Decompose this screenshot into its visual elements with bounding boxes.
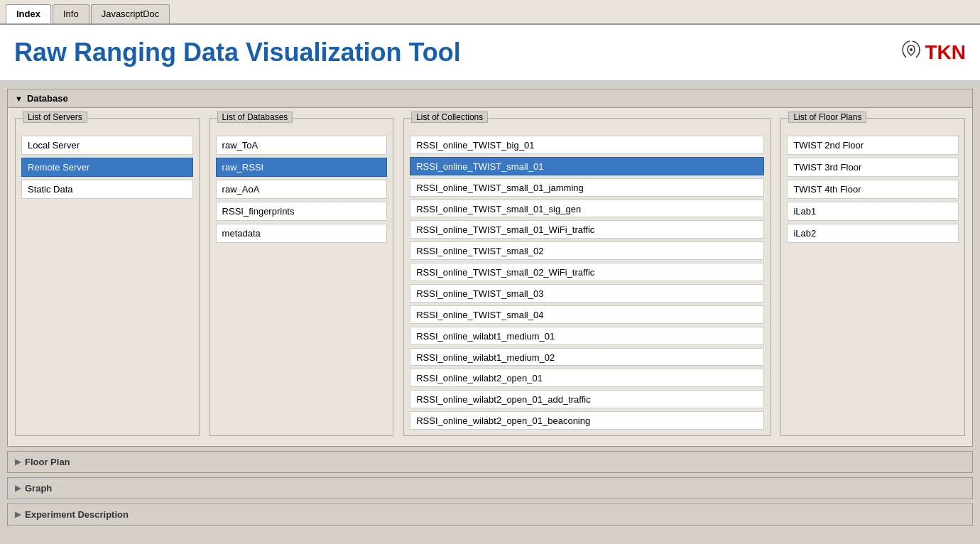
collections-list: RSSI_online_TWIST_big_01 RSSI_online_TWI… [404, 130, 770, 435]
database-section: ▼ Database List of Servers Local Server … [7, 89, 973, 447]
tab-bar: Index Info JavascriptDoc [0, 0, 980, 25]
floor-plan-section: ▶ Floor Plan [7, 451, 973, 473]
tab-index[interactable]: Index [6, 4, 51, 23]
floor-plan-label: Floor Plan [25, 457, 70, 467]
header: Raw Ranging Data Visualization Tool TKN [0, 25, 980, 82]
floor-plan-arrow-icon: ▶ [15, 457, 21, 467]
fp-twist-2nd[interactable]: TWIST 2nd Floor [787, 136, 959, 155]
collections-box: List of Collections RSSI_online_TWIST_bi… [403, 118, 771, 436]
graph-arrow-icon: ▶ [15, 484, 21, 493]
database-section-content: List of Servers Local Server Remote Serv… [8, 108, 972, 446]
experiment-header[interactable]: ▶ Experiment Description [8, 504, 972, 525]
fp-twist-4th[interactable]: TWIST 4th Floor [787, 180, 959, 199]
tab-info[interactable]: Info [53, 4, 89, 23]
floor-plans-title: List of Floor Plans [788, 111, 866, 123]
database-section-label: Database [27, 93, 68, 104]
col-twist-small-01-jamming[interactable]: RSSI_online_TWIST_small_01_jamming [410, 178, 764, 197]
fp-twist-3rd[interactable]: TWIST 3rd Floor [787, 158, 959, 177]
server-local[interactable]: Local Server [21, 136, 193, 155]
graph-section: ▶ Graph [7, 477, 973, 499]
fp-ilab2[interactable]: iLab2 [787, 224, 959, 243]
logo-icon [900, 40, 922, 65]
servers-list: Local Server Remote Server Static Data [16, 130, 199, 205]
server-static[interactable]: Static Data [21, 180, 193, 199]
collections-title: List of Collections [411, 111, 488, 123]
logo: TKN [900, 40, 966, 65]
db-metadata[interactable]: metadata [216, 224, 388, 243]
servers-box: List of Servers Local Server Remote Serv… [15, 118, 200, 436]
col-twist-small-04[interactable]: RSSI_online_TWIST_small_04 [410, 305, 764, 324]
col-wilabt2-open-01-beaconing[interactable]: RSSI_online_wilabt2_open_01_beaconing [410, 411, 764, 430]
col-twist-small-03[interactable]: RSSI_online_TWIST_small_03 [410, 284, 764, 303]
graph-label: Graph [25, 483, 52, 494]
col-wilabt1-medium-02[interactable]: RSSI_online_wilabt1_medium_02 [410, 348, 764, 366]
col-wilabt2-open-01-traffic[interactable]: RSSI_online_wilabt2_open_01_add_traffic [410, 390, 764, 408]
logo-text: TKN [925, 41, 966, 64]
floor-plan-header[interactable]: ▶ Floor Plan [8, 452, 972, 472]
experiment-label: Experiment Description [25, 509, 129, 520]
experiment-arrow-icon: ▶ [15, 510, 21, 519]
col-twist-small-01-wifi[interactable]: RSSI_online_TWIST_small_01_WiFi_traffic [410, 220, 764, 239]
graph-header[interactable]: ▶ Graph [8, 478, 972, 499]
floor-plans-list: TWIST 2nd Floor TWIST 3rd Floor TWIST 4t… [781, 130, 964, 249]
db-rssi-fingerprints[interactable]: RSSI_fingerprints [216, 202, 388, 221]
floor-plans-box: List of Floor Plans TWIST 2nd Floor TWIS… [780, 118, 965, 436]
databases-box: List of Databases raw_ToA raw_RSSI raw_A… [209, 118, 394, 436]
col-twist-small-01[interactable]: RSSI_online_TWIST_small_01 [410, 157, 764, 175]
database-section-header[interactable]: ▼ Database [8, 89, 972, 108]
servers-title: List of Servers [23, 111, 87, 123]
database-arrow-icon: ▼ [15, 94, 23, 103]
col-twist-big-01[interactable]: RSSI_online_TWIST_big_01 [410, 136, 764, 154]
databases-list: raw_ToA raw_RSSI raw_AoA RSSI_fingerprin… [210, 130, 393, 249]
db-raw-rssi[interactable]: raw_RSSI [216, 158, 388, 177]
col-wilabt2-open-01[interactable]: RSSI_online_wilabt2_open_01 [410, 369, 764, 387]
db-raw-aoa[interactable]: raw_AoA [216, 180, 388, 199]
svg-point-0 [910, 48, 913, 51]
tab-javascriptdoc[interactable]: JavascriptDoc [91, 4, 170, 23]
col-twist-small-02-wifi[interactable]: RSSI_online_TWIST_small_02_WiFi_traffic [410, 263, 764, 281]
server-remote[interactable]: Remote Server [21, 158, 193, 177]
main-content: ▼ Database List of Servers Local Server … [0, 82, 980, 537]
col-wilabt1-medium-01[interactable]: RSSI_online_wilabt1_medium_01 [410, 327, 764, 345]
col-twist-small-02[interactable]: RSSI_online_TWIST_small_02 [410, 241, 764, 260]
db-raw-toa[interactable]: raw_ToA [216, 136, 388, 155]
col-twist-small-01-sig-gen[interactable]: RSSI_online_TWIST_small_01_sig_gen [410, 200, 764, 218]
experiment-section: ▶ Experiment Description [7, 504, 973, 526]
fp-ilab1[interactable]: iLab1 [787, 202, 959, 221]
lists-container: List of Servers Local Server Remote Serv… [15, 118, 965, 436]
page-title: Raw Ranging Data Visualization Tool [14, 38, 461, 67]
databases-title: List of Databases [217, 111, 293, 123]
